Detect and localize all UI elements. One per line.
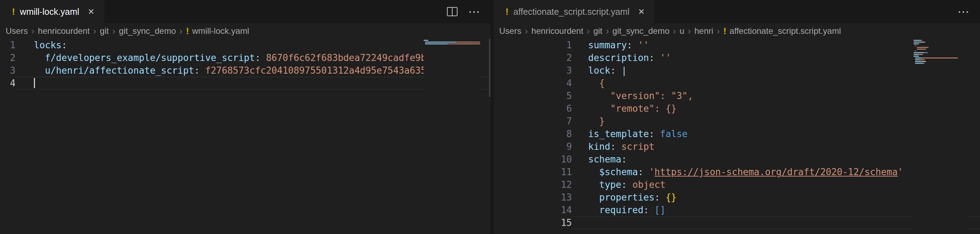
editor-group-right: ! affectionate_script.script.yaml ✕ ⋯ Us…	[493, 0, 980, 234]
breadcrumb-item[interactable]: git	[100, 26, 109, 36]
line-number[interactable]: 4	[493, 77, 572, 90]
tab-label: affectionate_script.script.yaml	[513, 7, 630, 17]
line-number[interactable]: 7	[493, 115, 572, 128]
code-editor-left[interactable]: 1locks:2 f/developers_example/supportive…	[0, 39, 491, 234]
chevron-right-icon: ›	[717, 27, 720, 36]
code-line-text: f/developers_example/supportive_script: …	[16, 51, 491, 64]
line-number[interactable]: 1	[0, 39, 16, 51]
code-editor-right[interactable]: 1summary: ''2description: ''3lock: |4 {5…	[493, 39, 980, 234]
code-line[interactable]: 8is_template: false	[493, 128, 980, 140]
more-actions-icon[interactable]: ⋯	[468, 6, 480, 17]
warning-badge-icon: !	[723, 26, 726, 36]
code-line[interactable]: 12 type: object	[493, 178, 980, 191]
split-editor-icon[interactable]	[447, 7, 458, 16]
breadcrumb: Users›henricourdent›git›git_sync_demo›!w…	[0, 23, 491, 39]
editor-group-left: ! wmill-lock.yaml ✕ ⋯ Users›henricourden…	[0, 0, 491, 234]
tab-actions-right: ⋯	[947, 0, 980, 23]
scrollbar[interactable]	[489, 39, 490, 97]
breadcrumb-item[interactable]: henricourdent	[38, 26, 90, 36]
breadcrumb-file-label: wmill-lock.yaml	[192, 26, 249, 36]
line-number[interactable]: 2	[493, 51, 572, 64]
tab-bar-right: ! affectionate_script.script.yaml ✕ ⋯	[493, 0, 980, 23]
breadcrumb-item[interactable]: henri	[694, 26, 713, 36]
chevron-right-icon: ›	[688, 27, 691, 36]
line-number[interactable]: 10	[493, 153, 572, 166]
close-icon[interactable]: ✕	[638, 7, 644, 17]
chevron-right-icon: ›	[606, 27, 609, 36]
code-line[interactable]: 6 "remote": {}	[493, 102, 980, 115]
chevron-right-icon: ›	[525, 27, 528, 36]
breadcrumb-item[interactable]: henricourdent	[531, 26, 583, 36]
chevron-right-icon: ›	[93, 27, 96, 36]
code-line[interactable]: 4 {	[493, 77, 980, 90]
minimap[interactable]	[914, 40, 967, 234]
line-number[interactable]: 3	[493, 64, 572, 77]
chevron-right-icon: ›	[673, 27, 676, 36]
code-line[interactable]: 10schema:	[493, 153, 980, 166]
code-line[interactable]: 3 u/henri/affectionate_script: f2768573c…	[0, 64, 491, 77]
more-actions-icon[interactable]: ⋯	[958, 6, 969, 17]
line-number[interactable]: 4	[0, 77, 16, 90]
close-icon[interactable]: ✕	[88, 7, 94, 17]
code-line-text	[16, 77, 491, 90]
warning-badge-icon: !	[506, 7, 508, 17]
text-cursor	[34, 78, 35, 88]
code-line[interactable]: 9kind: script	[493, 140, 980, 153]
chevron-right-icon: ›	[112, 27, 115, 36]
code-line-text: u/henri/affectionate_script: f2768573cfc…	[16, 64, 491, 77]
breadcrumb: Users›henricourdent›git›git_sync_demo›u›…	[493, 23, 980, 39]
warning-badge-icon: !	[12, 7, 15, 17]
line-number[interactable]: 15	[493, 217, 572, 229]
tab-label: wmill-lock.yaml	[20, 7, 79, 17]
code-line[interactable]: 2description: ''	[493, 51, 980, 64]
minimap[interactable]	[424, 40, 480, 234]
breadcrumb-file-label: affectionate_script.script.yaml	[729, 26, 841, 36]
chevron-right-icon: ›	[32, 27, 35, 36]
code-line[interactable]: 11 $schema: 'https://json-schema.org/dra…	[493, 166, 980, 178]
code-line[interactable]: 15	[493, 217, 980, 229]
code-line[interactable]: 4	[0, 77, 491, 90]
code-line[interactable]: 7 }	[493, 115, 980, 128]
code-line-text: locks:	[16, 39, 491, 51]
code-line[interactable]: 1locks:	[0, 39, 491, 51]
tab-affectionate-script[interactable]: ! affectionate_script.script.yaml ✕	[493, 0, 654, 23]
code-line[interactable]: 5 "version": "3",	[493, 90, 980, 102]
breadcrumb-item[interactable]: git_sync_demo	[612, 26, 669, 36]
breadcrumb-item[interactable]: git_sync_demo	[119, 26, 176, 36]
line-number[interactable]: 13	[493, 191, 572, 204]
line-number[interactable]: 14	[493, 204, 572, 217]
breadcrumb-item[interactable]: u	[679, 26, 684, 36]
code-line[interactable]: 14 required: []	[493, 204, 980, 217]
breadcrumb-item[interactable]: Users	[6, 26, 28, 36]
line-number[interactable]: 3	[0, 64, 16, 77]
chevron-right-icon: ›	[179, 27, 183, 36]
code-line[interactable]: 13 properties: {}	[493, 191, 980, 204]
code-line[interactable]: 1summary: ''	[493, 39, 980, 51]
line-number[interactable]: 5	[493, 90, 572, 102]
line-number[interactable]: 11	[493, 166, 572, 178]
chevron-right-icon: ›	[587, 27, 590, 36]
line-number[interactable]: 1	[493, 39, 572, 51]
breadcrumb-item[interactable]: Users	[499, 26, 522, 36]
line-number[interactable]: 8	[493, 128, 572, 140]
tab-bar-left: ! wmill-lock.yaml ✕ ⋯	[0, 0, 491, 23]
tab-wmill-lock[interactable]: ! wmill-lock.yaml ✕	[0, 0, 104, 23]
line-number[interactable]: 6	[493, 102, 572, 115]
vscode-workbench: ! wmill-lock.yaml ✕ ⋯ Users›henricourden…	[0, 0, 980, 234]
pane-resize-sash[interactable]	[491, 0, 493, 234]
code-line[interactable]: 3lock: |	[493, 64, 980, 77]
line-number[interactable]: 12	[493, 178, 572, 191]
breadcrumb-file[interactable]: !affectionate_script.script.yaml	[723, 26, 841, 36]
code-line[interactable]: 2 f/developers_example/supportive_script…	[0, 51, 491, 64]
breadcrumb-file[interactable]: !wmill-lock.yaml	[186, 26, 249, 36]
breadcrumb-item[interactable]: git	[593, 26, 602, 36]
tab-actions-left: ⋯	[436, 0, 491, 23]
warning-badge-icon: !	[186, 26, 189, 36]
line-number[interactable]: 9	[493, 140, 572, 153]
line-number[interactable]: 2	[0, 51, 16, 64]
